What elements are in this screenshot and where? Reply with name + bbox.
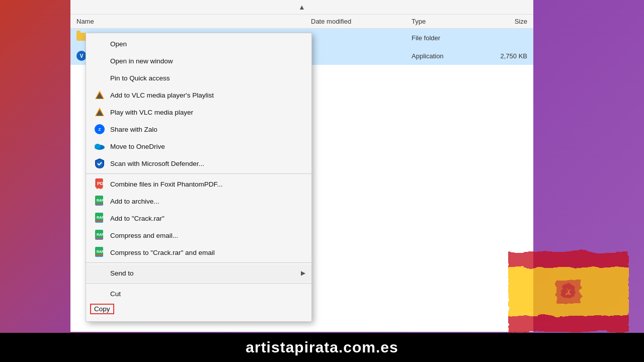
menu-label-vlc-play: Play with VLC media player [110,109,193,116]
svg-point-5 [95,144,101,149]
separator-2 [86,262,311,263]
vlc-play-icon [94,107,105,118]
zalo-icon: Z [94,124,105,135]
menu-item-open[interactable]: Open [86,35,311,52]
menu-label-archive: Add to archive... [110,198,159,205]
menu-label-copy: Copy [90,304,114,314]
menu-item-compress-crack-email[interactable]: RAR Compress to "Crack.rar" and email [86,244,311,261]
watermark-text: artistapirata.com.es [246,339,398,356]
compress-email-icon: RAR [94,230,105,241]
menu-item-open-new-window[interactable]: Open in new window [86,52,311,69]
menu-label-foxit: Combine files in Foxit PhantomPDF... [110,180,223,188]
defender-icon [94,158,105,169]
compress-crack-email-icon: RAR [94,247,105,258]
menu-label-send-to: Send to [110,269,134,277]
folder-icon [76,33,87,43]
menu-item-cut[interactable]: Cut [86,285,311,302]
archive-icon: RAR [94,196,105,207]
sort-arrow-icon: ▲ [298,3,305,11]
column-date: Date modified [311,18,412,25]
menu-item-archive[interactable]: RAR Add to archive... [86,193,311,210]
onedrive-icon [94,141,105,152]
open-icon [94,38,105,49]
svg-text:PDF: PDF [97,181,105,186]
svg-text:RAR: RAR [97,216,104,219]
file-type-lib: File folder [412,34,477,42]
separator-1 [86,173,311,174]
cut-icon [94,288,105,299]
menu-item-vlc-playlist[interactable]: Add to VLC media player's Playlist [86,86,311,104]
column-type: Type [412,18,477,25]
vlc-playlist-icon [94,89,105,101]
menu-item-pin-quick-access[interactable]: Pin to Quick access [86,69,311,86]
foxit-icon: PDF [94,178,105,190]
svg-text:RAR: RAR [97,199,104,202]
menu-label-onedrive: Move to OneDrive [110,143,165,150]
svg-text:RAR: RAR [97,250,104,253]
menu-label-open-new-window: Open in new window [110,57,173,65]
pin-icon [94,72,105,83]
file-size-voicemod: 2,750 KB [477,52,527,60]
menu-label-share-zalo: Share with Zalo [110,126,157,133]
menu-label-cut: Cut [110,290,121,298]
menu-item-onedrive[interactable]: Move to OneDrive [86,138,311,155]
menu-item-foxit[interactable]: PDF Combine files in Foxit PhantomPDF... [86,175,311,193]
menu-item-defender[interactable]: Scan with Microsoft Defender... [86,155,311,172]
context-menu: Open Open in new window Pin to Quick acc… [86,33,312,322]
explorer-header: ▲ [70,0,533,15]
menu-label-compress-crack-email: Compress to "Crack.rar" and email [110,249,215,256]
table-header: Name Date modified Type Size [70,15,533,29]
send-to-icon [94,267,105,279]
menu-item-vlc-play[interactable]: Play with VLC media player [86,104,311,121]
file-type-voicemod: Application [412,52,477,60]
menu-label-vlc-playlist: Add to VLC media player's Playlist [110,92,214,99]
svg-text:RAR: RAR [97,233,104,236]
voicemod-icon: V [76,51,87,61]
menu-item-send-to[interactable]: Send to ▶ [86,264,311,282]
menu-label-add-crack-rar: Add to "Crack.rar" [110,215,165,222]
menu-label-compress-email: Compress and email... [110,232,178,239]
menu-item-copy[interactable]: Copy [86,302,311,319]
svg-text:⚔: ⚔ [565,287,573,297]
menu-label-defender: Scan with Microsoft Defender... [110,160,204,167]
open-new-window-icon [94,55,105,66]
send-to-arrow-icon: ▶ [301,269,305,277]
spain-flag: ⚔ [508,249,629,334]
add-crack-rar-icon: RAR [94,213,105,224]
menu-item-add-crack-rar[interactable]: RAR Add to "Crack.rar" [86,210,311,227]
menu-label-pin-quick-access: Pin to Quick access [110,74,170,82]
menu-label-open: Open [110,40,127,48]
column-name: Name [76,18,311,25]
watermark-bar: artistapirata.com.es [0,333,644,362]
separator-3 [86,283,311,284]
menu-item-compress-email[interactable]: RAR Compress and email... [86,227,311,244]
menu-item-share-zalo[interactable]: Z Share with Zalo [86,121,311,138]
column-size: Size [477,18,527,25]
